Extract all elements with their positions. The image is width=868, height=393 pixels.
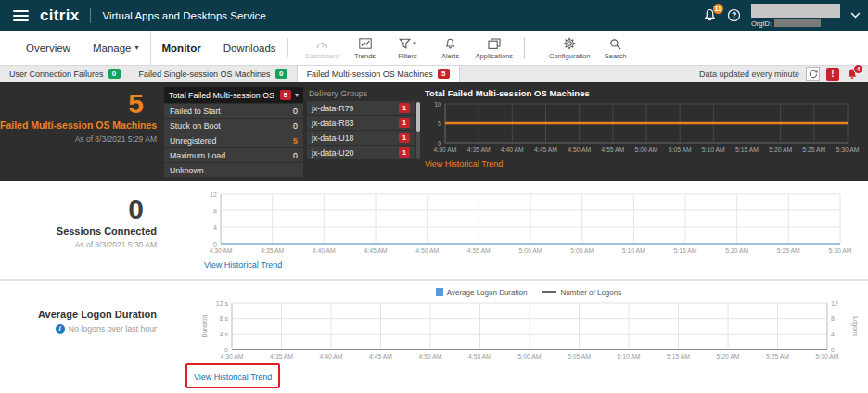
failure-type-panel: Total Failed Multi-session OS Ma... 5 ▾ …: [164, 87, 303, 177]
delivery-group-row-jx-data-r79[interactable]: jx-data-R79 1: [307, 101, 415, 115]
notifications-bell-icon[interactable]: 11: [703, 8, 717, 22]
search-icon: [609, 38, 621, 50]
nav-tab-downloads[interactable]: Downloads: [212, 31, 287, 65]
view-historical-trend-link[interactable]: View Historical Trend: [425, 159, 503, 169]
org-id-row: OrgID:: [751, 19, 821, 28]
svg-text:8: 8: [213, 208, 217, 214]
group-count-badge: 1: [399, 118, 410, 128]
svg-text:12 s: 12 s: [216, 300, 229, 307]
svg-text:4:50 AM: 4:50 AM: [419, 353, 442, 360]
nav-tool-applications[interactable]: Applications: [472, 35, 517, 60]
svg-text:4:40 AM: 4:40 AM: [501, 146, 524, 153]
chevron-down-icon[interactable]: [850, 12, 861, 19]
failure-type-row-maximum-load[interactable]: Maximum Load 0: [164, 148, 303, 162]
citrix-logo[interactable]: citrix: [40, 6, 79, 25]
chart-legend: Average Logon Duration Number of Logons: [200, 286, 857, 298]
nav-tab-manage[interactable]: Manage ▾: [82, 31, 150, 65]
view-historical-trend-link[interactable]: View Historical Trend: [204, 260, 282, 270]
failed-machines-chart: 05104:30 AM4:35 AM4:40 AM4:45 AM4:50 AM4…: [425, 100, 861, 154]
failed-machines-summary: 5 Failed Multi-session OS Machines As of…: [0, 90, 160, 144]
nav-tab-monitor[interactable]: Monitor: [150, 31, 212, 65]
logon-duration-chart: 004 s48 s812 s124:30 AM4:35 AM4:40 AM4:4…: [200, 299, 857, 361]
svg-text:4:55 AM: 4:55 AM: [468, 353, 491, 360]
nav-tool-alerts[interactable]: Alerts: [429, 35, 472, 60]
nav-tool-filters[interactable]: ▾ Filters: [387, 35, 429, 60]
top-bar-actions: 11 ? OrgID:: [703, 4, 861, 28]
top-bar: citrix Virtual Apps and Desktops Service…: [0, 0, 868, 31]
alerts-bell-icon[interactable]: 4: [846, 68, 859, 81]
notification-count-badge: 11: [713, 4, 723, 14]
failure-type-dropdown[interactable]: Total Failed Multi-session OS Ma... 5 ▾: [164, 87, 303, 103]
svg-text:5:30 AM: 5:30 AM: [836, 146, 860, 153]
sessions-count: 0: [0, 196, 157, 223]
svg-text:4:30 AM: 4:30 AM: [210, 247, 233, 254]
svg-text:Logons: Logons: [851, 316, 859, 336]
svg-text:0: 0: [213, 241, 217, 247]
filter-chip-user-connection-failures[interactable]: User Connection Failures 0: [0, 66, 130, 82]
refresh-icon[interactable]: [806, 67, 820, 81]
view-historical-trend-link[interactable]: View Historical Trend: [194, 373, 272, 382]
svg-text:4:30 AM: 4:30 AM: [221, 353, 244, 360]
nav-tabs: Overview Manage ▾ Monitor Downloads: [15, 31, 288, 65]
svg-text:5:30 AM: 5:30 AM: [829, 247, 852, 254]
delivery-groups-header: Delivery Groups: [307, 87, 420, 100]
failure-type-row-stuck-on-boot[interactable]: Stuck on Boot 0: [164, 119, 303, 133]
delivery-group-row-jx-data-u18[interactable]: jx-data-U18 1: [307, 131, 415, 145]
svg-text:4:30 AM: 4:30 AM: [434, 146, 457, 153]
nav-tool-configuration[interactable]: Configuration: [545, 35, 594, 60]
sessions-title: Sessions Connected: [0, 225, 157, 236]
nav-tool-search[interactable]: Search: [594, 35, 637, 60]
failure-type-row-unknown[interactable]: Unknown: [164, 163, 303, 177]
nav-tab-overview[interactable]: Overview: [15, 31, 82, 65]
legend-swatch: [542, 291, 556, 293]
svg-text:4:35 AM: 4:35 AM: [467, 146, 491, 153]
failure-type-count: 0: [293, 151, 298, 160]
filters-icon: [399, 38, 411, 49]
failed-machines-count: 5: [0, 90, 157, 118]
scrollbar-thumb[interactable]: [416, 102, 420, 132]
chart-title: Total Failed Multi-session OS Machines: [425, 88, 861, 98]
svg-text:5:05 AM: 5:05 AM: [669, 146, 692, 153]
hamburger-menu-icon[interactable]: [13, 10, 29, 21]
svg-text:4:35 AM: 4:35 AM: [261, 247, 284, 254]
count-badge: 5: [438, 69, 450, 79]
svg-text:4: 4: [831, 331, 835, 337]
svg-text:5:30 AM: 5:30 AM: [816, 353, 839, 360]
delivery-group-row-jx-data-u20[interactable]: jx-data-U20 1: [307, 146, 415, 159]
divider: [90, 8, 91, 23]
sessions-summary: 0 Sessions Connected As of 8/3/2021 5:30…: [0, 196, 160, 249]
alert-count-badge: 4: [853, 64, 863, 74]
svg-text:5:00 AM: 5:00 AM: [635, 146, 658, 153]
sessions-chart-block: 048124:30 AM4:35 AM4:40 AM4:45 AM4:50 AM…: [200, 190, 853, 272]
failed-machines-timestamp: As of 8/3/2021 5:29 AM: [0, 134, 157, 144]
failure-type-row-failed-to-start[interactable]: Failed to Start 0: [164, 104, 303, 118]
sessions-connected-panel: 0 Sessions Connected As of 8/3/2021 5:30…: [0, 181, 868, 281]
filter-chip-failed-single-session-os-machines[interactable]: Failed Single-session OS Machines 0: [130, 66, 297, 82]
svg-text:12: 12: [831, 300, 838, 307]
svg-text:5:15 AM: 5:15 AM: [735, 146, 759, 153]
svg-text:5:15 AM: 5:15 AM: [667, 353, 690, 360]
help-icon[interactable]: ?: [727, 8, 741, 22]
svg-text:4:50 AM: 4:50 AM: [415, 247, 439, 254]
svg-text:5:25 AM: 5:25 AM: [777, 247, 800, 254]
delivery-group-row-jx-data-r83[interactable]: jx-data-R83 1: [307, 116, 415, 130]
global-tools: Configuration Search: [545, 31, 637, 65]
failure-type-row-unregistered[interactable]: Unregistered 5: [164, 133, 303, 147]
svg-text:5:25 AM: 5:25 AM: [802, 146, 825, 153]
nav-tool-dashboard[interactable]: Dashboard: [301, 35, 344, 60]
svg-text:10: 10: [434, 101, 441, 108]
failed-machines-title: Failed Multi-session OS Machines: [0, 120, 157, 131]
sessions-timestamp: As of 8/3/2021 5:30 AM: [0, 240, 157, 249]
critical-alert-icon[interactable]: !: [826, 68, 839, 81]
alerts-icon: [444, 38, 456, 50]
nav-tool-trends[interactable]: Trends: [344, 35, 387, 60]
alert-filter-bar: User Connection Failures 0 Failed Single…: [0, 66, 868, 82]
scrollbar[interactable]: [416, 102, 420, 159]
no-logons-note-row: i No logons over last hour: [0, 324, 157, 334]
svg-text:0: 0: [438, 140, 441, 146]
svg-text:8: 8: [831, 315, 835, 322]
chevron-down-icon: ▾: [413, 40, 416, 47]
filter-chip-failed-multi-session-os-machines[interactable]: Failed Multi-session OS Machines 5: [297, 66, 460, 82]
applications-icon: [488, 38, 501, 50]
failure-filter-chips: User Connection Failures 0 Failed Single…: [0, 66, 460, 82]
